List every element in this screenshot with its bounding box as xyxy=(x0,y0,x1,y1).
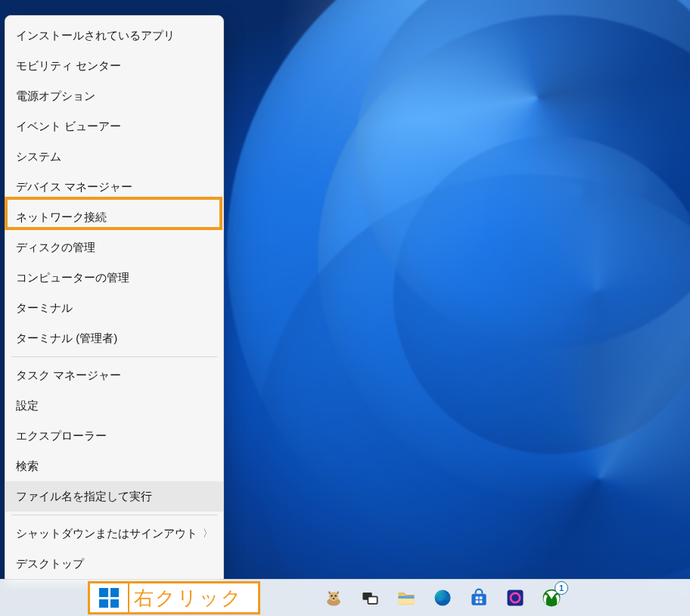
taskbar-file-explorer-icon[interactable] xyxy=(391,583,421,613)
menu-item-system[interactable]: システム xyxy=(5,142,223,172)
menu-item-label: イベント ビューアー xyxy=(16,120,121,134)
menu-item-task-manager[interactable]: タスク マネージャー xyxy=(5,360,223,390)
menu-item-desktop[interactable]: デスクトップ xyxy=(5,549,223,579)
svg-rect-8 xyxy=(399,596,415,599)
menu-item-event-viewer[interactable]: イベント ビューアー xyxy=(5,111,223,142)
taskbar-microsoft-store-icon[interactable] xyxy=(464,583,494,613)
taskbar-start-button[interactable] xyxy=(90,583,129,613)
menu-item-settings[interactable]: 設定 xyxy=(5,390,223,421)
menu-item-label: ターミナル xyxy=(16,301,73,316)
menu-item-label: 検索 xyxy=(16,459,39,474)
menu-item-power-options[interactable]: 電源オプション xyxy=(5,81,223,111)
menu-item-label: シャットダウンまたはサインアウト xyxy=(16,527,197,541)
windows-logo-icon xyxy=(99,588,119,608)
annotation-label: 右クリック xyxy=(129,585,258,611)
menu-item-file-explorer[interactable]: エクスプローラー xyxy=(5,421,223,451)
menu-item-search[interactable]: 検索 xyxy=(5,451,223,481)
menu-item-terminal[interactable]: ターミナル xyxy=(5,293,223,323)
taskbar-app-icon[interactable] xyxy=(500,583,530,613)
menu-item-label: ファイル名を指定して実行 xyxy=(16,490,152,504)
svg-rect-14 xyxy=(480,600,483,603)
menu-item-computer-management[interactable]: コンピューターの管理 xyxy=(5,263,223,293)
menu-item-label: エクスプローラー xyxy=(16,429,107,443)
svg-rect-12 xyxy=(480,596,483,599)
menu-item-device-manager[interactable]: デバイス マネージャー xyxy=(5,172,223,202)
menu-item-terminal-admin[interactable]: ターミナル (管理者) xyxy=(5,323,223,353)
menu-item-label: ディスクの管理 xyxy=(16,241,95,255)
menu-item-label: インストールされているアプリ xyxy=(16,29,175,43)
menu-item-shutdown-signout[interactable]: シャットダウンまたはサインアウト 〉 xyxy=(5,518,223,549)
svg-point-3 xyxy=(334,595,336,596)
menu-item-mobility-center[interactable]: モビリティ センター xyxy=(5,51,223,81)
badge: 1 xyxy=(555,581,568,595)
winx-context-menu: インストールされているアプリ モビリティ センター 電源オプション イベント ビ… xyxy=(5,15,224,584)
svg-point-2 xyxy=(331,595,332,596)
annotation-start-rightclick: 右クリック xyxy=(88,581,260,614)
menu-item-label: モビリティ センター xyxy=(16,59,121,73)
chevron-right-icon: 〉 xyxy=(203,527,213,540)
menu-item-label: 電源オプション xyxy=(16,89,95,104)
menu-separator xyxy=(11,515,217,515)
taskbar-task-view-icon[interactable] xyxy=(355,583,385,613)
svg-rect-10 xyxy=(471,594,486,605)
svg-rect-6 xyxy=(368,596,377,604)
svg-rect-13 xyxy=(476,600,479,603)
taskbar-xbox-icon[interactable]: 1 xyxy=(536,583,567,613)
svg-rect-11 xyxy=(476,596,479,599)
taskbar-edge-icon[interactable] xyxy=(427,583,458,613)
taskbar-search-companion-icon[interactable] xyxy=(319,583,349,613)
menu-item-label: デスクトップ xyxy=(16,557,84,571)
menu-item-label: ネットワーク接続 xyxy=(16,210,107,225)
menu-item-network-connections[interactable]: ネットワーク接続 xyxy=(5,202,223,232)
menu-item-run[interactable]: ファイル名を指定して実行 xyxy=(5,481,223,512)
menu-item-installed-apps[interactable]: インストールされているアプリ xyxy=(5,20,223,51)
menu-item-label: デバイス マネージャー xyxy=(16,180,132,194)
menu-item-label: 設定 xyxy=(16,399,39,413)
menu-item-disk-management[interactable]: ディスクの管理 xyxy=(5,232,223,263)
menu-separator xyxy=(11,356,217,357)
menu-item-label: コンピューターの管理 xyxy=(16,271,129,285)
menu-item-label: タスク マネージャー xyxy=(16,369,121,383)
menu-item-label: ターミナル (管理者) xyxy=(16,331,117,346)
menu-item-label: システム xyxy=(16,150,61,164)
svg-point-4 xyxy=(333,598,335,599)
